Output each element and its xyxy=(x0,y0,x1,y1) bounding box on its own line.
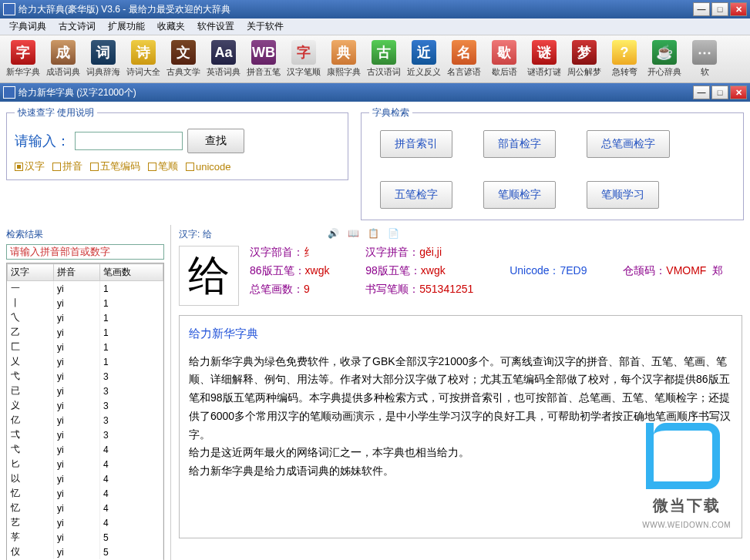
toolbar-急转弯[interactable]: ?急转弯 xyxy=(604,39,644,79)
radio-label: 汉字 xyxy=(25,159,45,173)
table-row[interactable]: 艺yi4 xyxy=(8,515,163,530)
table-row[interactable]: 匕yi4 xyxy=(8,457,163,471)
toolbar-icon: ? xyxy=(612,40,637,65)
col-header[interactable]: 拼音 xyxy=(54,264,100,281)
index-legend: 字典检索 xyxy=(369,106,412,119)
table-row[interactable]: 忆yi4 xyxy=(8,486,163,501)
cell: 匚 xyxy=(8,340,54,354)
description-box[interactable]: 给力新华字典 给力新华字典为绿色免费软件，收录了GBK全部汉字21000多个。可… xyxy=(179,315,742,538)
table-row[interactable]: 已yi3 xyxy=(8,384,163,398)
menu-2[interactable]: 扩展功能 xyxy=(102,18,151,35)
toolbar-拼音五笔[interactable]: WB拼音五笔 xyxy=(244,39,284,79)
toolbar-古典文学[interactable]: 文古典文学 xyxy=(163,39,203,79)
char-detail-grid: 汉字部首：纟 汉字拼音：gěi,ji 86版五笔：xwgk 98版五笔：xwgk… xyxy=(250,246,742,297)
toolbar-古汉语词[interactable]: 古古汉语词 xyxy=(364,39,404,79)
index-group: 字典检索 拼音索引部首检字总笔画检字五笔检字笔顺检字笔顺学习 xyxy=(361,106,744,220)
cell: 乂 xyxy=(8,354,54,369)
radio-汉字[interactable]: 汉字 xyxy=(15,159,45,173)
toolbar-歇后语[interactable]: 歇歇后语 xyxy=(484,39,524,79)
table-row[interactable]: 忆yi4 xyxy=(8,501,163,515)
cell: 以 xyxy=(8,471,54,486)
cell: yi xyxy=(54,384,100,398)
menu-0[interactable]: 字典词典 xyxy=(3,18,52,35)
toolbar-软[interactable]: ⋯软 xyxy=(684,39,725,79)
paste-icon[interactable]: 📄 xyxy=(388,228,400,240)
radio-unicode[interactable]: unicode xyxy=(186,159,231,173)
index-btn-笔顺学习[interactable]: 笔顺学习 xyxy=(587,181,659,209)
table-row[interactable]: 仪yi5 xyxy=(8,545,163,559)
speaker-icon[interactable]: 🔊 xyxy=(328,228,340,240)
minimize-button[interactable]: — xyxy=(693,2,710,16)
toolbar-开心辞典[interactable]: ☕开心辞典 xyxy=(644,39,684,79)
toolbar-康熙字典[interactable]: 典康熙字典 xyxy=(324,39,364,79)
results-filter-input[interactable] xyxy=(6,244,164,260)
table-row[interactable]: 匚yi1 xyxy=(8,340,163,354)
table-row[interactable]: 义yi3 xyxy=(8,398,163,413)
book-icon[interactable]: 📖 xyxy=(348,228,360,240)
toolbar-谜语灯谜[interactable]: 谜谜语灯谜 xyxy=(524,39,564,79)
find-button[interactable]: 查找 xyxy=(187,129,244,153)
menu-4[interactable]: 软件设置 xyxy=(191,18,240,35)
menu-3[interactable]: 收藏夹 xyxy=(151,18,191,35)
table-row[interactable]: 以yi4 xyxy=(8,471,163,486)
index-btn-五笔检字[interactable]: 五笔检字 xyxy=(380,181,452,209)
toolbar-新华字典[interactable]: 字新华字典 xyxy=(3,39,43,79)
toolbar-icon: ⋯ xyxy=(692,40,717,65)
toolbar-周公解梦[interactable]: 梦周公解梦 xyxy=(564,39,604,79)
action-icons: 🔊 📖 📋 📄 xyxy=(328,228,400,240)
radio-笔顺[interactable]: 笔顺 xyxy=(148,159,178,173)
toolbar-诗词大全[interactable]: 诗诗词大全 xyxy=(123,39,163,79)
menu-5[interactable]: 关于软件 xyxy=(240,18,290,35)
search-input[interactable] xyxy=(75,132,183,150)
toolbar-icon: 文 xyxy=(171,40,196,65)
cell: 3 xyxy=(100,384,163,398)
table-row[interactable]: 弋yi3 xyxy=(8,369,163,384)
order-value: 551341251 xyxy=(419,283,473,295)
cell: yi xyxy=(54,471,100,486)
child-maximize-button[interactable]: □ xyxy=(711,86,728,99)
index-btn-笔顺检字[interactable]: 笔顺检字 xyxy=(483,181,556,209)
index-btn-拼音索引[interactable]: 拼音索引 xyxy=(380,130,452,158)
table-row[interactable]: 乂yi1 xyxy=(8,354,163,369)
cell: 1 xyxy=(100,340,163,354)
toolbar-icon: 梦 xyxy=(572,40,597,65)
radio-五笔编码[interactable]: 五笔编码 xyxy=(90,159,140,173)
search-mode-radios: 汉字拼音五笔编码笔顺unicode xyxy=(15,159,340,173)
toolbar-近义反义[interactable]: 近近义反义 xyxy=(404,39,444,79)
cell: yi xyxy=(54,501,100,515)
watermark-url: WWW.WEIDOWN.COM xyxy=(642,518,731,531)
close-button[interactable]: ✕ xyxy=(730,2,747,16)
table-row[interactable]: 丨yi1 xyxy=(8,296,163,310)
toolbar-label: 软 xyxy=(701,66,709,78)
toolbar-label: 近义反义 xyxy=(407,66,441,78)
cell: 忆 xyxy=(8,501,54,515)
radio-拼音[interactable]: 拼音 xyxy=(52,159,82,173)
table-row[interactable]: 亿yi3 xyxy=(8,413,163,428)
col-header[interactable]: 笔画数 xyxy=(100,264,163,281)
results-table-wrap[interactable]: 汉字拼音笔画数 一yi1丨yi1乀yi1乙yi1匚yi1乂yi1弋yi3已yi3… xyxy=(6,263,164,560)
toolbar-label: 英语词典 xyxy=(207,66,240,78)
toolbar-英语词典[interactable]: Aa英语词典 xyxy=(203,39,244,79)
table-row[interactable]: 乀yi1 xyxy=(8,310,163,325)
toolbar-成语词典[interactable]: 成成语词典 xyxy=(43,39,83,79)
index-btn-总笔画检字[interactable]: 总笔画检字 xyxy=(587,130,670,158)
copy-icon[interactable]: 📋 xyxy=(368,228,380,240)
table-row[interactable]: 弋yi4 xyxy=(8,442,163,457)
desc-title: 给力新华字典 xyxy=(189,324,732,344)
index-btn-部首检字[interactable]: 部首检字 xyxy=(483,130,556,158)
cell: 1 xyxy=(100,296,163,310)
child-close-button[interactable]: ✕ xyxy=(730,86,747,99)
col-header[interactable]: 汉字 xyxy=(8,264,54,281)
cell: 4 xyxy=(100,471,163,486)
table-row[interactable]: 弌yi3 xyxy=(8,428,163,442)
child-minimize-button[interactable]: — xyxy=(693,86,710,99)
maximize-button[interactable]: □ xyxy=(711,2,728,16)
toolbar-汉字笔顺[interactable]: 字汉字笔顺 xyxy=(284,39,324,79)
table-row[interactable]: 苸yi5 xyxy=(8,530,163,545)
table-row[interactable]: 一yi1 xyxy=(8,281,163,297)
toolbar-名言谚语[interactable]: 名名言谚语 xyxy=(444,39,484,79)
toolbar-icon: 近 xyxy=(412,40,436,65)
table-row[interactable]: 乙yi1 xyxy=(8,325,163,340)
toolbar-词典辞海[interactable]: 词词典辞海 xyxy=(83,39,123,79)
menu-1[interactable]: 古文诗词 xyxy=(52,18,102,35)
